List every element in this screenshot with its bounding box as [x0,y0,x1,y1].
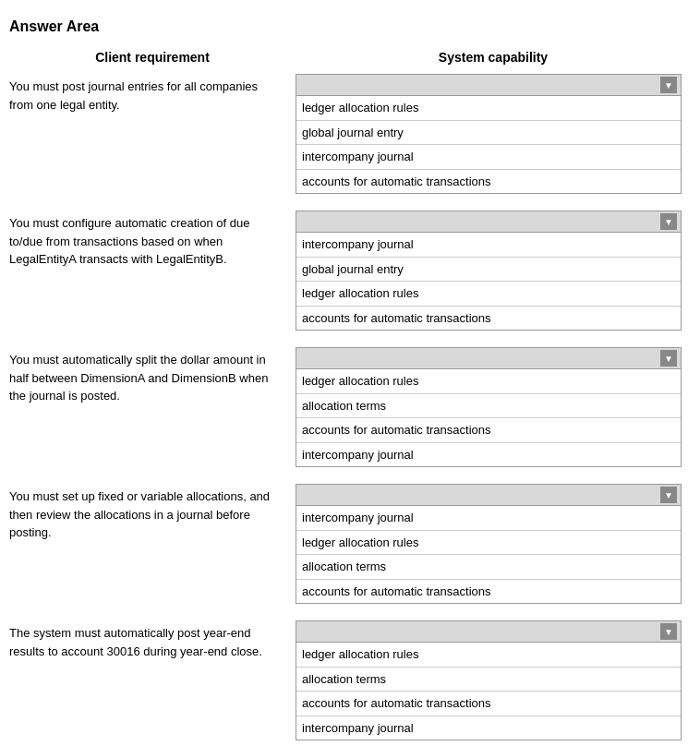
chevron-down-icon-1: ▼ [660,77,677,93]
option-item-5-2[interactable]: allocation terms [296,667,681,692]
rows-container: You must post journal entries for all co… [9,74,682,740]
chevron-down-icon-2: ▼ [660,213,677,230]
options-list-3: ledger allocation rulesallocation termsa… [296,369,682,467]
option-item-5-3[interactable]: accounts for automatic transactions [296,691,681,716]
client-text-5: The system must automatically post year-… [9,620,296,660]
option-item-1-1[interactable]: ledger allocation rules [296,96,681,120]
client-text-4: You must set up fixed or variable alloca… [9,484,296,542]
qa-row-1: You must post journal entries for all co… [9,74,682,194]
answer-area: Client requirement System capability You… [9,50,682,740]
system-capability-5: ▼ledger allocation rulesallocation terms… [296,620,682,740]
system-capability-header: System capability [305,50,682,65]
chevron-down-icon-3: ▼ [660,350,677,367]
system-capability-1: ▼ledger allocation rulesglobal journal e… [296,74,682,194]
option-item-1-4[interactable]: accounts for automatic transactions [296,169,681,194]
qa-row-5: The system must automatically post year-… [9,620,682,740]
options-list-4: intercompany journalledger allocation ru… [296,506,682,604]
dropdown-select-1[interactable]: ▼ [296,74,682,96]
option-item-3-4[interactable]: intercompany journal [296,442,681,467]
qa-row-2: You must configure automatic creation of… [9,211,682,331]
qa-row-3: You must automatically split the dollar … [9,347,682,467]
options-list-2: intercompany journalglobal journal entry… [296,233,682,331]
client-requirement-header: Client requirement [18,50,305,65]
system-capability-2: ▼intercompany journalglobal journal entr… [296,211,682,331]
chevron-down-icon-4: ▼ [660,487,677,503]
dropdown-select-3[interactable]: ▼ [296,347,682,369]
option-item-2-3[interactable]: ledger allocation rules [296,281,681,306]
client-text-2: You must configure automatic creation of… [9,211,296,269]
options-list-5: ledger allocation rulesallocation termsa… [296,643,682,740]
option-item-4-1[interactable]: intercompany journal [296,506,681,530]
chevron-down-icon-5: ▼ [660,623,677,640]
options-list-1: ledger allocation rulesglobal journal en… [296,96,682,194]
dropdown-select-2[interactable]: ▼ [296,211,682,233]
client-text-1: You must post journal entries for all co… [9,74,296,114]
dropdown-select-5[interactable]: ▼ [296,620,682,643]
option-item-4-2[interactable]: ledger allocation rules [296,530,681,555]
system-capability-3: ▼ledger allocation rulesallocation terms… [296,347,682,467]
option-item-2-2[interactable]: global journal entry [296,257,681,282]
option-item-2-4[interactable]: accounts for automatic transactions [296,306,681,331]
page-title: Answer Area [9,18,682,35]
option-item-4-4[interactable]: accounts for automatic transactions [296,579,681,604]
option-item-3-2[interactable]: allocation terms [296,393,681,418]
client-text-3: You must automatically split the dollar … [9,347,296,405]
option-item-2-1[interactable]: intercompany journal [296,233,681,257]
dropdown-select-4[interactable]: ▼ [296,484,682,506]
option-item-3-3[interactable]: accounts for automatic transactions [296,417,681,442]
header-row: Client requirement System capability [9,50,682,65]
system-capability-4: ▼intercompany journalledger allocation r… [296,484,682,604]
qa-row-4: You must set up fixed or variable alloca… [9,484,682,604]
option-item-3-1[interactable]: ledger allocation rules [296,369,681,393]
option-item-5-4[interactable]: intercompany journal [296,716,681,740]
option-item-4-3[interactable]: allocation terms [296,554,681,579]
option-item-5-1[interactable]: ledger allocation rules [296,643,681,667]
option-item-1-3[interactable]: intercompany journal [296,144,681,169]
option-item-1-2[interactable]: global journal entry [296,120,681,145]
